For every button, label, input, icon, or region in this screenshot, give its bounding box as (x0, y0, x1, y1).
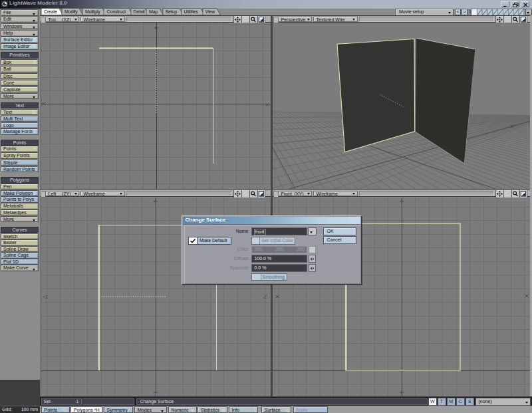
svg-text:View: View (205, 9, 216, 14)
svg-text:Modify: Modify (65, 9, 78, 15)
svg-text:-Z: -Z (263, 295, 267, 299)
svg-text:Create: Create (44, 9, 57, 14)
svg-text:Setup: Setup (166, 9, 178, 15)
svg-text:Construct: Construct (107, 9, 126, 14)
svg-text:+Z: +Z (43, 295, 48, 299)
svg-text:Multiply: Multiply (85, 9, 100, 15)
svg-text:Utilities: Utilities (184, 9, 199, 14)
svg-text:Detail: Detail (134, 9, 146, 14)
svg-text:Map: Map (149, 9, 158, 15)
